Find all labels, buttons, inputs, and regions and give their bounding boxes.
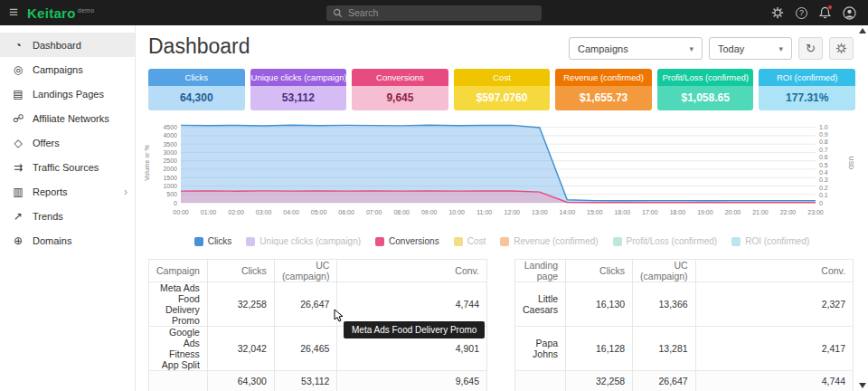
svg-text:13:00: 13:00 — [532, 209, 548, 215]
sidebar-item-offers[interactable]: ◇ Offers — [0, 130, 135, 155]
svg-text:Volume or %: Volume or % — [144, 145, 150, 181]
svg-text:19:00: 19:00 — [697, 209, 713, 215]
stat-card-value: $597.0760 — [454, 86, 551, 110]
svg-text:1500: 1500 — [163, 175, 177, 181]
sidebar-item-dashboard[interactable]: ◔ Dashboard — [0, 33, 135, 57]
traffic-chart-svg: 05001000150020002500300035004000450000.1… — [141, 118, 855, 228]
scrollbar-down-arrow[interactable] — [859, 383, 866, 388]
legend-item[interactable]: ROI (confirmed) — [731, 236, 809, 246]
main-content: Dashboard Campaigns ▾ Today ▾ ↻ — [136, 25, 868, 391]
table-cell: Meta Ads Food Delivery Promo — [149, 282, 208, 327]
svg-text:0.6: 0.6 — [819, 154, 828, 160]
legend-item[interactable]: Unique clicks (campaign) — [246, 236, 361, 246]
table-totals-row: 64,30053,1129,645 — [149, 371, 487, 391]
legend-item[interactable]: Conversions — [375, 236, 439, 246]
search-icon — [333, 8, 343, 18]
hamburger-menu-icon[interactable]: ≡ — [0, 0, 27, 25]
legend-item[interactable]: Profit/Loss (confirmed) — [613, 236, 718, 246]
table-row[interactable]: Meta Ads Food Delivery Promo32,25826,647… — [149, 282, 487, 327]
table-cell: 13,281 — [633, 327, 696, 371]
svg-text:0.3: 0.3 — [819, 176, 828, 183]
refresh-button[interactable]: ↻ — [798, 37, 823, 60]
svg-text:1000: 1000 — [163, 183, 177, 189]
legend-label: Unique clicks (campaign) — [259, 236, 361, 246]
totals-cell: 32,258 — [566, 371, 633, 391]
stat-card-value: 9,645 — [352, 86, 448, 110]
landing-pages-table: Landing pageClicksUC (campaign)Conv. Lit… — [514, 259, 854, 391]
table-cell: 2,417 — [695, 327, 853, 371]
column-header[interactable]: Conv. — [337, 260, 487, 282]
legend-item[interactable]: Cost — [454, 236, 486, 246]
svg-text:00:00: 00:00 — [173, 209, 189, 215]
legend-swatch-icon — [194, 237, 203, 246]
column-header[interactable]: Clicks — [566, 260, 633, 282]
totals-cell: 64,300 — [207, 371, 274, 391]
global-search[interactable] — [326, 5, 542, 21]
svg-text:03:00: 03:00 — [256, 209, 272, 215]
sidebar-item-trends[interactable]: ↗ Trends — [0, 204, 135, 228]
sidebar-item-label: Affiliate Networks — [33, 113, 109, 124]
svg-text:3000: 3000 — [163, 149, 177, 156]
svg-text:09:00: 09:00 — [421, 209, 438, 215]
svg-text:06:00: 06:00 — [338, 209, 354, 215]
stat-card: ROI (confirmed) 177.31% — [759, 69, 855, 110]
svg-text:18:00: 18:00 — [670, 209, 686, 215]
legend-swatch-icon — [500, 237, 509, 246]
table-row[interactable]: Little Caesars16,13013,3662,327 — [515, 282, 854, 327]
legend-item[interactable]: Revenue (confirmed) — [500, 236, 598, 246]
table-cell: 26,647 — [274, 282, 337, 327]
stat-card: Revenue (confirmed) $1,655.73 — [555, 69, 652, 110]
table-cell: 26,465 — [274, 327, 337, 371]
sidebar-item-traffic-sources[interactable]: ⇉ Traffic Sources — [0, 155, 135, 179]
svg-text:0.4: 0.4 — [819, 169, 828, 176]
column-header[interactable]: UC (campaign) — [633, 260, 696, 282]
svg-text:05:00: 05:00 — [311, 209, 327, 215]
svg-text:11:00: 11:00 — [476, 209, 492, 215]
table-row[interactable]: Papa Johns16,12813,2812,417 — [515, 327, 854, 371]
chart-legend: Clicks Unique clicks (campaign) Conversi… — [136, 236, 868, 246]
svg-text:0.2: 0.2 — [819, 185, 828, 191]
column-header[interactable]: Landing page — [515, 260, 566, 282]
scrollbar-up-arrow[interactable] — [859, 28, 866, 33]
traffic-chart: 05001000150020002500300035004000450000.1… — [141, 118, 861, 232]
search-input[interactable] — [348, 7, 535, 18]
sidebar-item-label: Domains — [33, 235, 71, 246]
svg-text:10:00: 10:00 — [448, 209, 465, 215]
svg-text:07:00: 07:00 — [366, 209, 382, 215]
table-totals-row: 32,25826,6474,744 — [515, 371, 854, 391]
sidebar-item-domains[interactable]: ⊕ Domains — [0, 228, 135, 253]
stat-card-value: 177.31% — [759, 86, 855, 110]
app-logo[interactable]: Keitarodemo — [27, 5, 95, 21]
svg-text:USD: USD — [848, 157, 854, 170]
stat-card: Unique clicks (campaign) 53,112 — [250, 69, 347, 110]
user-avatar-icon[interactable] — [843, 6, 856, 20]
column-header[interactable]: UC (campaign) — [274, 260, 337, 282]
stat-card-label: Revenue (confirmed) — [555, 69, 652, 86]
sidebar-item-affiliate-networks[interactable]: ☍ Affiliate Networks — [0, 106, 135, 130]
legend-label: Clicks — [208, 236, 232, 246]
campaigns-filter-select[interactable]: Campaigns ▾ — [569, 37, 703, 60]
svg-text:17:00: 17:00 — [642, 209, 658, 215]
legend-swatch-icon — [613, 237, 622, 246]
settings-gear-icon[interactable] — [771, 6, 784, 19]
table-cell: Google Ads Fitness App Split — [149, 327, 208, 371]
legend-item[interactable]: Clicks — [194, 236, 232, 246]
column-header[interactable]: Conv. — [695, 260, 853, 282]
svg-text:0.7: 0.7 — [819, 147, 828, 153]
chevron-right-icon: › — [124, 186, 127, 198]
column-header[interactable]: Campaign — [149, 260, 208, 282]
table-header-row: Landing pageClicksUC (campaign)Conv. — [515, 260, 854, 282]
column-header[interactable]: Clicks — [207, 260, 274, 282]
notifications-bell-icon[interactable] — [819, 6, 831, 19]
dashboard-settings-button[interactable] — [829, 37, 854, 60]
sidebar-item-landings-pages[interactable]: ▤ Landings Pages — [0, 81, 135, 106]
topbar: ≡ Keitarodemo ? — [0, 0, 868, 25]
sidebar-item-campaigns[interactable]: ◎ Campaigns — [0, 57, 135, 81]
date-range-select[interactable]: Today ▾ — [709, 37, 792, 60]
svg-text:01:00: 01:00 — [201, 209, 217, 215]
sidebar-item-reports[interactable]: ▥ Reports › — [0, 179, 135, 204]
table-cell: 32,258 — [207, 282, 274, 327]
table-cell: 16,130 — [566, 282, 633, 327]
svg-text:04:00: 04:00 — [283, 209, 299, 215]
help-icon[interactable]: ? — [796, 7, 807, 19]
